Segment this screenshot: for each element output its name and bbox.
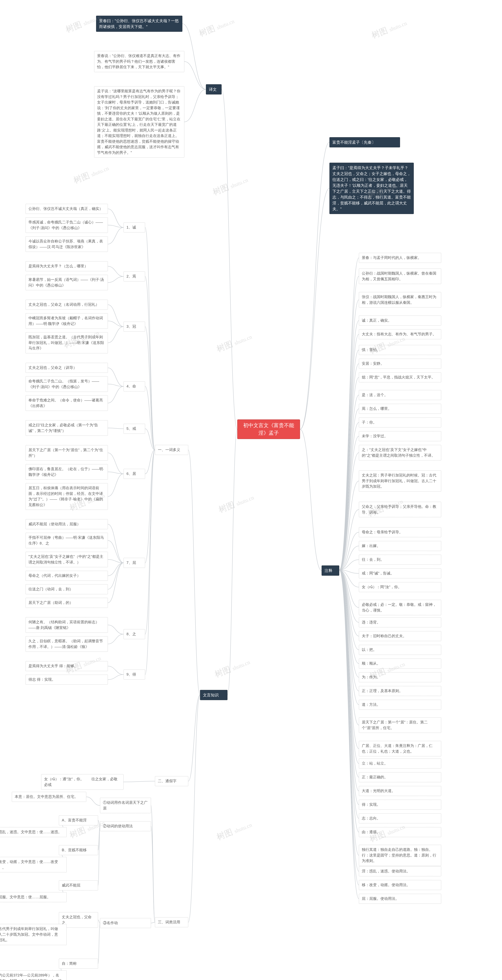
annotation-item: 焉：怎么，哪里。 — [359, 404, 441, 414]
polysemy-group: 9、得 — [124, 670, 145, 679]
polysemy-item: 居五日，桓侯体痛（用在表示时间的词语前面，表示经过的时间；停留，经历。在文中译为… — [25, 483, 108, 510]
knowledge-label: 文言知识 — [200, 690, 228, 700]
polysemy-group: 7、屈 — [124, 558, 145, 568]
polysemy-group: 6、居 — [124, 469, 145, 479]
polysemy-item: 丈夫之冠也，父命之（名词动用，行冠礼） — [25, 300, 108, 310]
polysemy-group: 4、命 — [124, 382, 145, 391]
polysemy-item: 是焉得为大丈夫乎？（怎么，哪里） — [25, 261, 108, 271]
annotation-item: 父命之：父亲给予训导；父亲开导他。命：教导、训诲。 — [359, 502, 441, 517]
polysemy-item: 是焉得为大丈夫乎 得：能够。 — [25, 661, 108, 671]
annotation-item: 往：去，到。 — [359, 555, 441, 565]
annotation-item: 正：最正确的。 — [359, 772, 441, 782]
polysemy-item: 命夸娥氏二子负二山。（指派，发号）——《列子·汤问》中的《愚公移山》 — [25, 376, 108, 392]
annotation-item: 丈夫之冠：男子举行加冠礼的时候。冠：古代男子到成年则举行加冠礼，叫做冠。古人二十… — [359, 470, 441, 492]
translation-label: 译文 — [206, 84, 222, 94]
annotation-item: 以：把。 — [359, 645, 441, 655]
annotation-item: 淫：惑乱，迷惑。使动用法。 — [359, 866, 441, 876]
annotation-item: 之："丈夫之冠也"及下文"女子之嫁也"中的"之"都是主谓之间取消句子独立性，不译… — [359, 445, 441, 460]
huoyong-subtype: ①动词用作名词居天下之广居 — [100, 798, 151, 813]
polysemy-item: 居天下之广居（助词，的） — [25, 598, 108, 608]
huoyong-detail: 本意：屈服。文中意思：使……屈服。 — [0, 892, 67, 902]
annotation-item: 广居、正位、大道：朱熹注释为：广居，仁也；正位，礼也；大道，义也。 — [359, 741, 441, 756]
annotation-item: 屈：屈服。使动用法。 — [359, 894, 441, 904]
annotation-item: 顺：顺从。 — [359, 659, 441, 668]
annotation-item: 是：这，这个。 — [359, 390, 441, 400]
mengzi-translation: 孟子说："这哪里能算是有志气有作为的男子呢？你没有学过礼吗？男子行加冠礼时，父亲… — [94, 86, 184, 158]
polysemy-item: 丈夫之冠也，父命之（训导） — [25, 363, 108, 373]
annotation-item: 移：改变，动摇。使动用法。 — [359, 880, 441, 890]
annotation-item: 得：实现。 — [359, 800, 441, 810]
annotation-item: 正：正理，及基本原则。 — [359, 686, 441, 696]
polysemy-item: 往送之门（动词，去，到） — [25, 584, 108, 594]
polysemy-group: 5、戒 — [124, 424, 145, 434]
annotation-item: 违：违背。 — [359, 617, 441, 627]
polysemy-item: 久之，目似瞑，意暇甚。（助词，起调整音节作用，不译。）——清·蒲松龄《狼》 — [25, 636, 108, 652]
polysemy-group: 8、之 — [124, 629, 145, 639]
huoyong-subgroup: A、富贵不能淫 — [59, 815, 98, 826]
root-node: 初中文言文《富贵不能淫》孟子 — [237, 420, 300, 439]
polysemy-item: 寒暑易节，始一反焉（语气词）——《列子·汤问》中的《愚公移山》 — [25, 275, 108, 290]
annotation-item: 为：作为。 — [359, 672, 441, 682]
polysemy-item: 奉命于危难之间。（命令，使命）——诸葛亮《出师表》 — [25, 395, 108, 411]
annotation-item: 未学：没学过。 — [359, 431, 441, 441]
annotation-item: 大道：光明的大道。 — [359, 786, 441, 796]
huoyong-subtype: ③名作动 — [100, 918, 151, 928]
annotation-item: 立：站，站立。 — [359, 759, 441, 768]
annotation-item: 独行其道：独自走自己的道路。独：独自。行：这里是固守；坚持的意思。道：原则，行为… — [359, 845, 441, 866]
polysemy-item: 帝感其诚，命夸娥氏二子负二山（诚心）——《列子·汤问》中的《愚公移山》 — [25, 217, 108, 233]
annotation-item: 必敬必戒；必：一定。敬：恭敬。戒：留神，当心，谨慎。 — [359, 600, 441, 615]
polysemy-label: 一、一词多义 — [155, 445, 188, 455]
annotation-item: 安居：安静。 — [359, 359, 441, 369]
jingchun-quote: 景春曰："公孙衍、张仪岂不诚大丈夫哉？一怒而诸侯惧，安居而天下熄。" — [96, 16, 182, 32]
polysemy-item: 公孙衍、张仪岂不诚大丈夫哉（真正，确实） — [25, 204, 108, 214]
annotation-item: 由：遵循。 — [359, 827, 441, 837]
original-title: 富贵不能淫孟子〔先秦〕 — [330, 137, 400, 147]
annotation-item: 道：方法。 — [359, 700, 441, 710]
polysemy-item: "丈夫之冠也"及"女子之嫁也"（中的"之"都是主谓之间取消句独立性，不译。） — [25, 552, 108, 567]
annotation-item: 志：志向。 — [359, 813, 441, 823]
jiajie-item: 女（rǔ）：通"汝"，你。 往之女家，必敬必戒 — [41, 774, 124, 790]
polysemy-item: 居天下之广居（第一个为"居住"，第二个为"住所"） — [25, 445, 108, 461]
polysemy-item: 何陋之有。（结构助词，宾语前置的标志）——唐·刘禹锡《陋室铭》 — [25, 617, 108, 633]
annotation-item: 居天下之广居：第一个"居"：居住。第二个"居"居所，住宅。 — [359, 718, 441, 733]
annotation-item: 戒：同"诫"，告诫。 — [359, 568, 441, 578]
polysemy-item: 母命之（代词，代出嫁的女子） — [25, 571, 108, 581]
huoyong-subgroup: 威武不能屈 — [59, 880, 98, 891]
jiajie-label: 二、通假字 — [155, 776, 188, 786]
polysemy-item: 中峨冠而多髯者为东坡（戴帽子，名词作动词用）——明·魏学洢《核舟记》 — [25, 313, 108, 329]
huoyong-subgroup: 自：简称 — [59, 959, 98, 969]
polysemy-item: 佛印居右，鲁直居左。（处在，位于）——明·魏学洢《核舟记》 — [25, 464, 108, 480]
annotation-item: 熄：同"息"，平息，指战火熄灭，天下太平。 — [359, 372, 441, 382]
huoyong-subtype: ②动词的使动用法 — [100, 821, 151, 831]
polysemy-group: 2、焉 — [124, 272, 145, 282]
annotation-item: 景春：与孟子同时代的人，纵横家。 — [359, 253, 441, 263]
mengzi-quote: 孟子曰："是焉得为大丈夫乎？子未学礼乎？丈夫之冠也，父命之；女子之嫁也，母命之，… — [330, 163, 414, 214]
annotation-item: 嫁：出嫁。 — [359, 541, 441, 551]
annotation-item: 母命之：母亲给予训导。 — [359, 527, 441, 537]
annotation-item: 子：你。 — [359, 417, 441, 428]
huoyong-item: 本意：居住。文中意思为居所、住宅。 — [12, 792, 86, 802]
huoyong-detail: 本意：改变，动摇，文中意思：使……改变（动摇）。 — [0, 857, 67, 872]
polysemy-item: 威武不能屈（使动用法，屈服） — [25, 519, 108, 529]
huoyong-detail: 本意：古代男子到成年则举行加冠礼，叫做冠。古人二十岁既为加冠。文中作动词，意思：… — [0, 924, 67, 945]
annotation-item: 诚：真正，确实。 — [359, 315, 441, 326]
huoyong-detail: 孟子（约公元前372年—公元前289年），名轲，字子舆，邹国（今山东邹城东南）人… — [0, 970, 67, 980]
polysemy-group: 1、诚 — [124, 223, 145, 232]
annotation-item: 惧：害怕。 — [359, 345, 441, 355]
polysemy-item: 既加冠，益慕圣贤之道。（古代男子到成年则举行加冠礼，叫做冠。）——明·宋濂《送东… — [25, 332, 108, 353]
polysemy-item: 今诚以吾众诈自称公子扶苏、项燕（果真，表假设）——汉·司马迁《陈涉世家》 — [25, 236, 108, 252]
polysemy-item: 戒之曰"往之女家，必敬必戒（第一个为"告诫"，第二个为"谨慎"） — [25, 420, 108, 436]
annotation-item: 公孙衍：战国时期魏国人，纵横家。曾在秦国为相，又曾佩五国相印。 — [359, 269, 441, 284]
huoyong-subgroup: B、贫贱不能移 — [59, 845, 98, 855]
annotation-item: 张仪：战国时期魏国人，纵横家，秦惠王时为相，游说六国连横以服从秦国。 — [359, 292, 441, 307]
polysemy-item: 手指不可屈伸（弯曲）——明·宋濂《送东阳马生序》8、之 — [25, 533, 108, 548]
annotation-item: 夫子：旧时称自己的丈夫。 — [359, 631, 441, 641]
huoyong-label: 三、词类活用 — [155, 917, 188, 927]
polysemy-group: 3、冠 — [124, 321, 145, 332]
annotations-label: 注释 — [322, 565, 339, 576]
annotation-item: 大丈夫：指有大志、有作为、有气节的男子。 — [359, 329, 441, 339]
polysemy-item: 得志 得：实现。 — [25, 675, 108, 685]
annotation-item: 女（rǔ）：同"汝"，你。 — [359, 582, 441, 592]
jingchun-translation: 景春说："公孙衍、张仪难道不是真正有大志、有作为、有气节的男子吗？他们一发怒，连… — [94, 51, 184, 72]
huoyong-detail: 本意：惑乱，迷惑。文中意思：使……迷惑。 — [0, 827, 67, 837]
